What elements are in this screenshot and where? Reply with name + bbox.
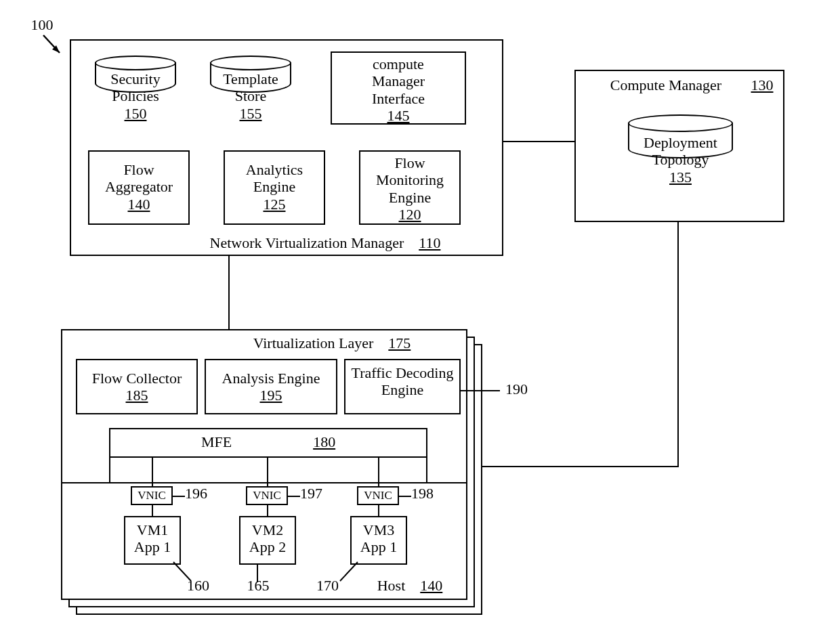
host-label: Host 140 (359, 577, 461, 594)
ref-170: 170 (305, 577, 339, 594)
mfe-label: MFE 180 (109, 433, 427, 450)
template-store-ref: 155 (240, 105, 262, 122)
cmi-ref: 145 (387, 107, 410, 124)
conn-mfe-vnic2 (267, 458, 268, 486)
ref-165: 165 (241, 577, 275, 594)
connector-nvm-to-virt (228, 256, 230, 329)
flow-monitoring-ref: 120 (399, 206, 421, 223)
vm3-label: VM3App 1 (350, 521, 407, 556)
compute-manager-text: Compute Manager (610, 77, 721, 93)
ref-197: 197 (300, 485, 334, 502)
leader-170 (335, 559, 362, 585)
traffic-decoding-text: Traffic Decoding Engine (352, 364, 454, 398)
flow-collector-text: Flow Collector (92, 370, 182, 387)
ref-190: 190 (505, 381, 546, 397)
security-policies-label: Security Policies 150 (88, 70, 183, 122)
cmi-text: compute Manager Interface (372, 56, 425, 107)
analysis-engine-ref: 195 (260, 387, 282, 404)
ref-160: 160 (187, 577, 221, 594)
flow-collector-ref: 185 (126, 387, 148, 404)
compute-manager-title: Compute Manager (574, 77, 757, 93)
deployment-topology-label: Deployment Topology 135 (618, 134, 743, 186)
security-policies-text: Security Policies (110, 70, 160, 104)
virt-layer-title: Virtualization Layer 175 (230, 335, 434, 351)
vnic1-box: VNIC (131, 486, 173, 505)
conn-compute-to-host-v (677, 222, 679, 467)
vnic2-box: VNIC (246, 486, 288, 505)
traffic-decoding-label: Traffic Decoding Engine (344, 364, 461, 399)
virt-layer-ref: 175 (388, 335, 411, 351)
connector-nvm-to-compute (503, 141, 574, 142)
conn-vnic1-vm1 (152, 505, 153, 516)
deployment-topology-ref: 135 (669, 169, 692, 186)
flow-monitoring-label: Flow Monitoring Engine 120 (359, 154, 461, 223)
flow-aggregator-label: Flow Aggregator 140 (88, 161, 190, 213)
virt-layer-text: Virtualization Layer (253, 335, 374, 351)
nvm-title: Network Virtualization Manager 110 (169, 234, 481, 251)
vm1-label: VM1App 1 (124, 521, 181, 556)
leader-198 (399, 496, 411, 497)
flow-monitoring-text: Flow Monitoring Engine (376, 154, 444, 206)
security-policies-ref: 150 (125, 105, 147, 122)
mfe-right-leg (426, 458, 427, 482)
template-store-label: Template Store 155 (203, 70, 298, 122)
conn-compute-to-host-h (482, 466, 679, 467)
compute-manager-ref: 130 (745, 77, 779, 93)
leader-197 (288, 496, 300, 497)
deployment-topology-text: Deployment Topology (644, 134, 717, 168)
ref-196: 196 (185, 485, 219, 502)
mfe-ref: 180 (313, 433, 335, 450)
host-divider (61, 482, 467, 483)
vnic3-box: VNIC (357, 486, 399, 505)
ref-198: 198 (411, 485, 445, 502)
leader-196 (173, 496, 185, 497)
analysis-engine-text: Analysis Engine (222, 370, 320, 387)
nvm-title-text: Network Virtualization Manager (210, 234, 404, 251)
conn-mfe-vnic1 (152, 458, 153, 486)
flow-collector-label: Flow Collector 185 (76, 370, 198, 404)
conn-vnic3-vm3 (378, 505, 379, 516)
nvm-ref: 110 (419, 234, 440, 251)
flow-aggregator-ref: 140 (128, 196, 150, 213)
figure-ref-arrow (39, 33, 66, 60)
flow-aggregator-text: Flow Aggregator (105, 161, 173, 195)
analytics-engine-ref: 125 (264, 196, 286, 213)
analysis-engine-label: Analysis Engine 195 (205, 370, 337, 404)
template-store-text: Template Store (223, 70, 278, 104)
analytics-engine-label: Analytics Engine 125 (224, 161, 325, 213)
mfe-left-leg (109, 458, 110, 482)
vm2-label: VM2App 2 (239, 521, 296, 556)
cmi-label: compute Manager Interface 145 (331, 56, 466, 124)
leader-190 (461, 390, 500, 391)
conn-mfe-vnic3 (378, 458, 379, 486)
figure-ref-label: 100 (22, 16, 62, 33)
analytics-engine-text: Analytics Engine (246, 161, 303, 195)
conn-vnic2-vm2 (267, 505, 268, 516)
mfe-text: MFE (201, 433, 232, 450)
